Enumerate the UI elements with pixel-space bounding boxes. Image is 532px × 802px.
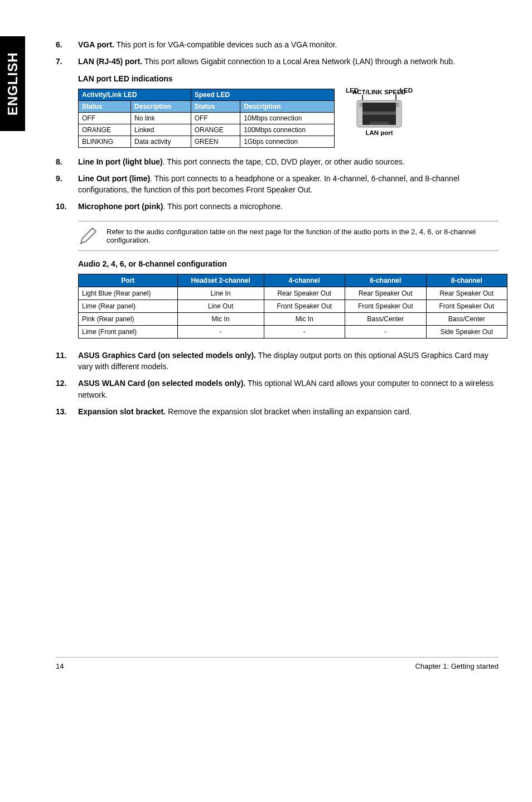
table-row: Lime (Front panel) - - - Side Speaker Ou… xyxy=(79,325,507,338)
cell: 100Mbps connection xyxy=(240,124,335,136)
item-body: Line In port (light blue). This port con… xyxy=(78,156,499,167)
cell: - xyxy=(345,325,426,338)
cell: Line Out xyxy=(177,299,264,312)
cell: OFF xyxy=(191,112,240,124)
chapter-label: Chapter 1: Getting started xyxy=(415,662,499,670)
item-title: Line Out port (lime) xyxy=(78,174,150,183)
cell: BLINKING xyxy=(79,136,131,147)
cell: Light Blue (Rear panel) xyxy=(79,287,178,299)
table-col-header: Port xyxy=(79,274,178,287)
svg-rect-7 xyxy=(370,122,389,125)
ordered-list-c: 11. ASUS Graphics Card (on selected mode… xyxy=(56,350,499,417)
cell: Data activity xyxy=(131,136,191,147)
list-item: 11. ASUS Graphics Card (on selected mode… xyxy=(56,350,499,373)
table-row: Light Blue (Rear panel) Line In Rear Spe… xyxy=(79,287,507,299)
table-col-header: Headset 2-channel xyxy=(177,274,264,287)
table-col-header: 4-channel xyxy=(264,274,345,287)
table-col-header: Description xyxy=(131,100,191,112)
item-title: Expansion slot bracket. xyxy=(78,407,166,416)
cell: ORANGE xyxy=(191,124,240,136)
cell: Front Speaker Out xyxy=(426,299,507,312)
cell: Lime (Rear panel) xyxy=(79,299,178,312)
cell: Bass/Center xyxy=(345,312,426,325)
table-col-header: Status xyxy=(79,100,131,112)
diagram-label: LED xyxy=(346,87,359,94)
item-title: ASUS Graphics Card (on selected models o… xyxy=(78,351,256,360)
cell: Mic In xyxy=(264,312,345,325)
cell: Front Speaker Out xyxy=(264,299,345,312)
svg-rect-6 xyxy=(362,112,396,115)
item-number: 10. xyxy=(56,201,78,212)
cell: 10Mbps connection xyxy=(240,112,335,124)
list-item: 13. Expansion slot bracket. Remove the e… xyxy=(56,406,499,417)
cell: Rear Speaker Out xyxy=(345,287,426,299)
table-group-header: Speed LED xyxy=(191,89,334,100)
cell: Line In xyxy=(177,287,264,299)
cell: OFF xyxy=(79,112,131,124)
cell: Side Speaker Out xyxy=(426,325,507,338)
item-body: ASUS Graphics Card (on selected models o… xyxy=(78,350,499,373)
note-text: Refer to the audio configuration table o… xyxy=(107,228,499,244)
table-col-header: 8-channel xyxy=(426,274,507,287)
page-number: 14 xyxy=(56,662,64,670)
list-item: 10. Microphone port (pink). This port co… xyxy=(56,201,499,212)
diagram-caption: LAN port xyxy=(346,129,413,136)
item-body: Expansion slot bracket. Remove the expan… xyxy=(78,406,499,417)
item-number: 8. xyxy=(56,156,78,167)
cell: Linked xyxy=(131,124,191,136)
cell: Rear Speaker Out xyxy=(264,287,345,299)
cell: Front Speaker Out xyxy=(345,299,426,312)
cell: ORANGE xyxy=(79,124,131,136)
table-row: Pink (Rear panel) Mic In Mic In Bass/Cen… xyxy=(79,312,507,325)
lan-led-table: Activity/Link LED Speed LED Status Descr… xyxy=(78,89,335,148)
item-title: Microphone port (pink) xyxy=(78,202,163,211)
table-col-header: Description xyxy=(240,100,335,112)
lan-port-diagram: ACT/LINK SPEED LED LED LAN port xyxy=(346,89,413,136)
cell: Bass/Center xyxy=(426,312,507,325)
note-box: Refer to the audio configuration table o… xyxy=(78,221,499,251)
item-title: VGA port. xyxy=(78,40,114,49)
table-col-header: 6-channel xyxy=(345,274,426,287)
audio-config-table: Port Headset 2-channel 4-channel 6-chann… xyxy=(78,274,507,339)
table-row: BLINKING Data activity GREEN 1Gbps conne… xyxy=(79,136,335,147)
list-item: 8. Line In port (light blue). This port … xyxy=(56,156,499,167)
item-number: 11. xyxy=(56,350,78,373)
cell: GREEN xyxy=(191,136,240,147)
item-title: Line In port (light blue) xyxy=(78,157,163,166)
item-number: 13. xyxy=(56,406,78,417)
item-number: 12. xyxy=(56,378,78,400)
item-body: LAN (RJ-45) port. This port allows Gigab… xyxy=(78,56,499,67)
item-text: Remove the expansion slot bracket when i… xyxy=(166,407,411,416)
list-item: 12. ASUS WLAN Card (on selected models o… xyxy=(56,378,499,400)
cell: Mic In xyxy=(177,312,264,325)
item-number: 7. xyxy=(56,56,78,67)
item-title: LAN (RJ-45) port. xyxy=(78,57,142,66)
cell: 1Gbps connection xyxy=(240,136,335,147)
item-text: This port allows Gigabit connection to a… xyxy=(142,57,455,66)
item-body: Line Out port (lime). This port connects… xyxy=(78,173,499,196)
item-text: . This port connects a microphone. xyxy=(163,202,283,211)
table-col-header: Status xyxy=(191,100,240,112)
ordered-list-b: 8. Line In port (light blue). This port … xyxy=(56,156,499,212)
item-title: ASUS WLAN Card (on selected models only)… xyxy=(78,379,245,388)
table-row: Lime (Rear panel) Line Out Front Speaker… xyxy=(79,299,507,312)
lan-port-icon xyxy=(354,95,404,128)
cell: - xyxy=(264,325,345,338)
language-tab: ENGLISH xyxy=(0,36,25,131)
list-item: 9. Line Out port (lime). This port conne… xyxy=(56,173,499,196)
cell: - xyxy=(177,325,264,338)
item-text: . This port connects the tape, CD, DVD p… xyxy=(163,157,405,166)
cell: Pink (Rear panel) xyxy=(79,312,178,325)
item-number: 6. xyxy=(56,39,78,50)
audio-config-heading: Audio 2, 4, 6, or 8-channel configuratio… xyxy=(78,259,499,268)
list-item: 6. VGA port. This port is for VGA-compat… xyxy=(56,39,499,50)
diagram-label: LED xyxy=(400,87,413,94)
item-body: Microphone port (pink). This port connec… xyxy=(78,201,499,212)
item-number: 9. xyxy=(56,173,78,196)
pencil-icon xyxy=(78,226,98,246)
item-body: ASUS WLAN Card (on selected models only)… xyxy=(78,378,499,400)
table-row: ORANGE Linked ORANGE 100Mbps connection xyxy=(79,124,335,136)
table-group-header: Activity/Link LED xyxy=(79,89,191,100)
cell: No link xyxy=(131,112,191,124)
ordered-list-a: 6. VGA port. This port is for VGA-compat… xyxy=(56,39,499,67)
